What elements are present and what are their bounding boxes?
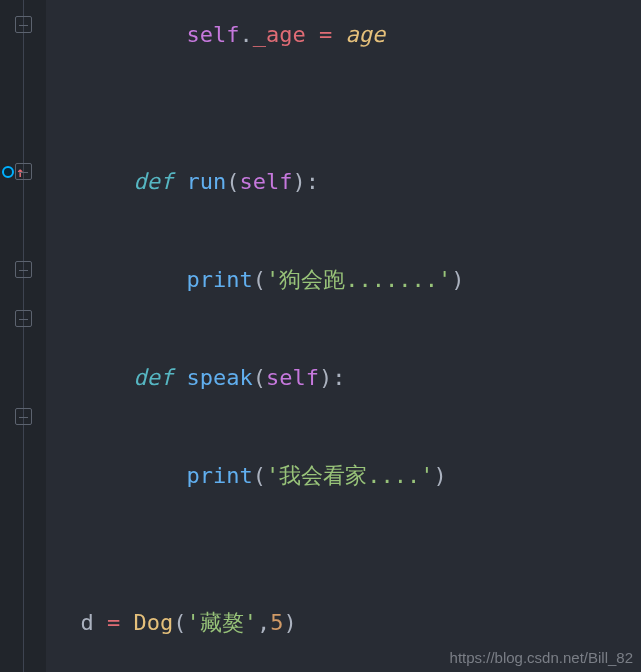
- code-line: [54, 402, 641, 451]
- code-line: [54, 59, 641, 108]
- code-line: def speak ( self ):: [54, 353, 641, 402]
- fold-marker-icon[interactable]: [15, 408, 32, 425]
- code-line: print ( '我会看家....' ): [54, 451, 641, 500]
- code-area[interactable]: def age ( self , age ): self . _age = ag…: [46, 0, 641, 672]
- code-line: [54, 206, 641, 255]
- fold-marker-icon[interactable]: [15, 310, 32, 327]
- code-editor[interactable]: ↑ def age ( self , age ):: [0, 0, 641, 672]
- code-line: def age ( self , age ):: [54, 0, 641, 10]
- code-line: def run ( self ):: [54, 157, 641, 206]
- watermark-text: https://blog.csdn.net/Bill_82: [450, 649, 633, 666]
- gutter: ↑: [0, 0, 46, 672]
- code-line: [54, 549, 641, 598]
- fold-marker-icon[interactable]: [15, 16, 32, 33]
- code-line: [54, 304, 641, 353]
- fold-marker-icon[interactable]: [15, 261, 32, 278]
- code-line: [54, 500, 641, 549]
- code-line: print ( '狗会跑.......' ): [54, 255, 641, 304]
- code-line: [54, 108, 641, 157]
- code-line: self . _age = age: [54, 10, 641, 59]
- code-line: d = Dog ( '藏獒' , 5 ): [54, 598, 641, 647]
- fold-marker-icon[interactable]: [15, 163, 32, 180]
